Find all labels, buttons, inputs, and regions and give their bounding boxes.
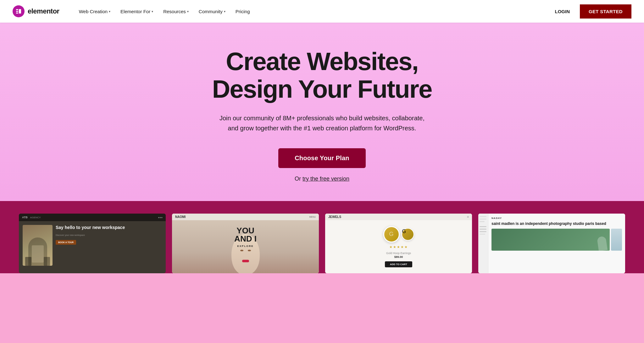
free-version-link[interactable]: try the free version <box>303 176 349 182</box>
logo-text: elementor <box>28 7 59 15</box>
svg-rect-1 <box>16 11 18 12</box>
logo-icon <box>13 5 25 17</box>
free-version-text: Or try the free version <box>295 176 349 182</box>
showcase-card-office: ATB AGENCY ●●● Say hello to your new wor… <box>19 214 166 273</box>
nav-right: LOGIN GET STARTED <box>550 4 631 19</box>
hero-title: Create Websites, Design Your Future <box>212 48 432 103</box>
card-office-cta[interactable]: BOOK A TOUR <box>56 240 76 245</box>
nav-resources[interactable]: Resources ▾ <box>159 6 193 17</box>
showcase-card-photography: NASHY saint madlen is an independent pho… <box>478 214 625 273</box>
add-to-cart-button[interactable]: ADD TO CART <box>385 261 412 267</box>
card-beauty-sub: EXPLORE <box>172 245 319 248</box>
chevron-down-icon: ▾ <box>152 10 153 13</box>
navbar: elementor Web Creation ▾ Elementor For ▾… <box>0 0 644 23</box>
card-photo-title: saint madlen is an independent photograp… <box>491 221 622 226</box>
get-started-button[interactable]: GET STARTED <box>580 4 631 19</box>
card-photo-header: NASHY <box>491 217 622 220</box>
logo[interactable]: elementor <box>13 5 59 17</box>
card-beauty-logo: NAOMI <box>175 215 186 219</box>
showcase-card-jewelry: JEWELS ☰ G G ★★★★★ Gold Hoop Earrings$89… <box>325 214 472 273</box>
showcase-card-beauty: NAOMI MENU YOU AND I EXPLORE <box>172 214 319 273</box>
nav-links: Web Creation ▾ Elementor For ▾ Resources… <box>75 6 550 17</box>
nav-elementor-for[interactable]: Elementor For ▾ <box>116 6 158 17</box>
nav-pricing[interactable]: Pricing <box>231 6 254 17</box>
svg-rect-2 <box>16 13 18 14</box>
svg-rect-3 <box>19 9 21 14</box>
hero-subtitle: Join our community of 8M+ professionals … <box>218 113 426 133</box>
card-office-small: Discover your new workspace <box>56 234 162 237</box>
card-beauty-line1: YOU <box>172 226 319 235</box>
card-office-brand: ATB <box>22 216 28 219</box>
hero-section: Create Websites, Design Your Future Join… <box>0 23 644 201</box>
chevron-down-icon: ▾ <box>187 10 189 13</box>
login-button[interactable]: LOGIN <box>550 6 575 17</box>
nav-web-creation[interactable]: Web Creation ▾ <box>75 6 115 17</box>
showcase-section: ATB AGENCY ●●● Say hello to your new wor… <box>0 201 644 273</box>
card-jewelry-stars: ★★★★★ <box>389 245 408 249</box>
nav-community[interactable]: Community ▾ <box>194 6 230 17</box>
svg-rect-0 <box>16 9 18 10</box>
choose-plan-button[interactable]: Choose Your Plan <box>278 148 366 168</box>
card-jewelry-brand: JEWELS <box>328 215 341 219</box>
card-beauty-line2: AND I <box>172 235 319 243</box>
chevron-down-icon: ▾ <box>224 10 225 13</box>
chevron-down-icon: ▾ <box>109 10 110 13</box>
card-office-text: Say hello to your new workspace <box>56 225 162 231</box>
card-office-subtitle: AGENCY <box>30 216 41 219</box>
